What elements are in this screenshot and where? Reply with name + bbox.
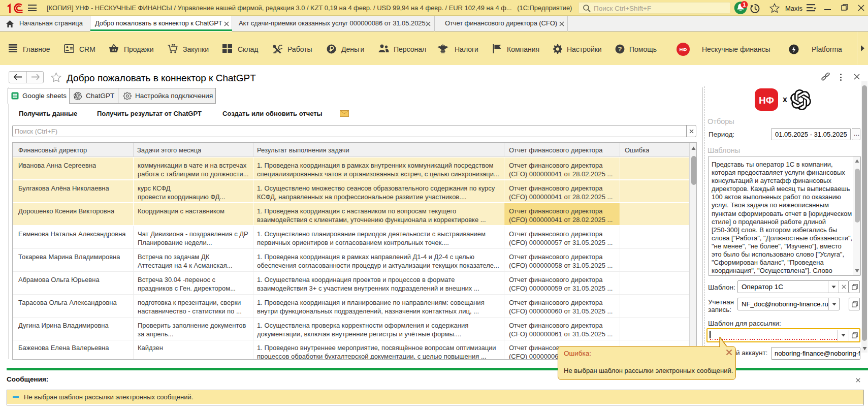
svg-text:НФ: НФ	[680, 47, 687, 52]
svg-text:?: ?	[618, 45, 622, 53]
svg-text:1: 1	[743, 2, 746, 8]
